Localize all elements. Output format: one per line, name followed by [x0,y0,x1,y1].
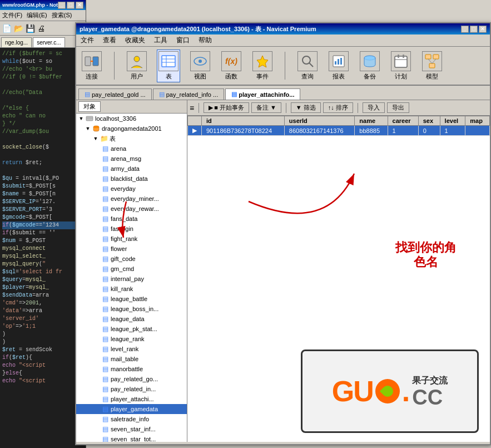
table-icon-pay-gold: ▤ [101,375,110,383]
tree-table-blacklist[interactable]: ▤ blacklist_data [76,174,187,184]
toolbar-backup[interactable]: 备份 [359,51,381,81]
toolbar-query[interactable]: 查询 [296,51,319,81]
toolbar-schedule[interactable]: 计划 [390,51,412,81]
toolbar-icon-open[interactable]: 📂 [14,24,23,33]
tree-table-league-battle[interactable]: ▤ league_battle [76,294,187,304]
svg-rect-21 [403,55,404,58]
tree-table-manor[interactable]: ▤ manorbattle [76,364,187,374]
toolbar-connect[interactable]: 连接 [81,51,103,81]
toolbar-user[interactable]: 用户 [126,51,148,81]
toolbar-divider-1 [114,52,115,80]
close-btn[interactable]: ✕ [76,2,83,9]
tree-table-army[interactable]: ▤ army_data [76,164,187,174]
toolbar-view[interactable]: 视图 [189,51,211,81]
minimize-btn[interactable]: _ [58,2,66,9]
toolbar-icon-print[interactable]: 🖨 [37,24,45,33]
tab-player-attach[interactable]: ▤ player_attachinfo... [225,88,300,100]
toolbar-func[interactable]: f(x) 函数 [220,51,242,81]
table-row[interactable]: ▶ 901186B736278T08224 8608032167141376 b… [188,126,490,136]
toolbar-model[interactable]: 模型 [421,51,443,81]
export-btn[interactable]: 导出 [387,102,409,113]
toolbar-icon-new[interactable]: 📄 [2,24,12,33]
toolbar-table[interactable]: 表 [157,50,180,82]
tab-pay-gold[interactable]: ▤ pay_related_gold ... [78,88,152,100]
tree-table-kill-rank[interactable]: ▤ kill_rank [76,284,187,294]
th-sex[interactable]: sex [418,116,440,126]
nav-close-btn[interactable]: ✕ [479,26,487,33]
code-line-42: }else{ [2,370,83,377]
menu-edit[interactable]: 编辑(E) [27,11,47,19]
menu-search[interactable]: 搜索(S) [52,11,72,19]
th-career[interactable]: career [388,116,418,126]
th-id[interactable]: id [202,116,285,126]
th-userid[interactable]: userId [284,116,355,126]
tree-table-fastlogin[interactable]: ▤ fastlogin [76,224,187,234]
tree-table-league-data[interactable]: ▤ league_data [76,314,187,324]
tree-table-arena-msg[interactable]: ▤ arena_msg [76,154,187,164]
menu-shoucang[interactable]: 收藏夹 [125,36,145,45]
import-btn[interactable]: 导入 [363,102,385,113]
th-map[interactable]: map [465,116,490,126]
tree-table-fight-rank[interactable]: ▤ fight_rank [76,234,187,244]
th-name[interactable]: name [355,116,388,126]
code-line-12 [2,136,83,144]
nav-maximize-btn[interactable]: □ [470,26,478,33]
tree-table-arena[interactable]: ▤ arena [76,144,187,154]
tree-table-player-attach[interactable]: ▤ player_attachi... [76,394,187,404]
tree-table-saletrade[interactable]: ▤ saletrade_info [76,414,187,424]
sort-btn[interactable]: ↑↓ 排序 [323,102,353,113]
tree-table-pay-gold[interactable]: ▤ pay_related_go... [76,374,187,384]
note-btn[interactable]: 备注 ▼ [251,102,281,113]
tab-ngelog[interactable]: nge.log... [1,37,32,47]
toolbar-event[interactable]: 事件 [251,51,274,81]
tree-table-league-pk[interactable]: ▤ league_pk_stat... [76,324,187,334]
tree-table-league-rank[interactable]: ▤ league_rank [76,334,187,344]
toolbar-report[interactable]: 报表 [328,51,350,81]
tab-pay-gold-icon: ▤ [85,91,90,98]
tree-table-fans[interactable]: ▤ fans_data [76,214,187,224]
menu-gongju[interactable]: 工具 [154,36,167,45]
menu-file[interactable]: 文件(F) [2,11,22,19]
toolbar-icon-save[interactable]: 💾 [26,24,35,33]
begin-transaction-btn[interactable]: ▶ ■ 开始事务 [204,102,249,113]
svg-rect-27 [86,116,93,121]
tree-table-pay-info[interactable]: ▤ pay_related_in... [76,384,187,394]
tree-table-gift-code[interactable]: ▤ gift_code [76,254,187,264]
tab-serverc[interactable]: server.c... [33,37,65,47]
tree-table-seven-info[interactable]: ▤ seven_star_inf... [76,424,187,434]
tree-table-internal-pay[interactable]: ▤ internal_pay [76,274,187,284]
menu-chakan[interactable]: 查看 [103,36,116,45]
code-line-16 [2,167,83,175]
th-level[interactable]: level [440,116,465,126]
menu-wenjian[interactable]: 文件 [81,36,94,45]
tab-pay-info[interactable]: ▤ pay_related_info ... [153,88,225,100]
func-label: 函数 [225,72,237,81]
tree-scroll[interactable]: ▼ localhost_3306 ▼ dragongamedata2001 [76,114,187,442]
tab-object[interactable]: 对象 [78,101,101,112]
tree-table-mail[interactable]: ▤ mail_table [76,354,187,364]
maximize-btn[interactable]: □ [67,2,75,9]
menu-chuangkou[interactable]: 窗口 [176,36,190,45]
tree-table-player-gamedata[interactable]: ▤ player_gamedata [76,404,187,414]
tree-tables-folder[interactable]: ▼ 📁 表 [76,134,187,144]
notepad-tabs: nge.log... server.c... [0,36,86,48]
watermark-content: GU . 果子交流 CC [302,375,477,408]
tree-table-everyday-reward[interactable]: ▤ everyday_rewar... [76,204,187,214]
tree-arrow-tables: ▼ [92,136,100,141]
menu-bangzhu[interactable]: 帮助 [199,36,212,45]
nav-minimize-btn[interactable]: _ [461,26,469,33]
tree-table-level-rank[interactable]: ▤ level_rank [76,344,187,354]
tree-localhost[interactable]: ▼ localhost_3306 [76,114,187,124]
tree-table-flower[interactable]: ▤ flower [76,244,187,254]
svg-rect-14 [335,61,336,65]
toolbar-list-icon: ≡ [190,104,194,112]
tree-table-gm-cmd[interactable]: ▤ gm_cmd [76,264,187,274]
table-icon-army: ▤ [101,164,110,173]
tree-table-seven-total[interactable]: ▤ seven_star_tot... [76,434,187,442]
tree-table-everyday-miner[interactable]: ▤ everyday_miner... [76,194,187,204]
tree-db[interactable]: ▼ dragongamedata2001 [76,124,187,134]
tree-table-league-boss[interactable]: ▤ league_boss_in... [76,304,187,314]
watermark-guo: GU [332,375,373,408]
filter-btn[interactable]: ▼ 筛选 [291,102,321,113]
tree-table-everyday[interactable]: ▤ everyday [76,184,187,194]
